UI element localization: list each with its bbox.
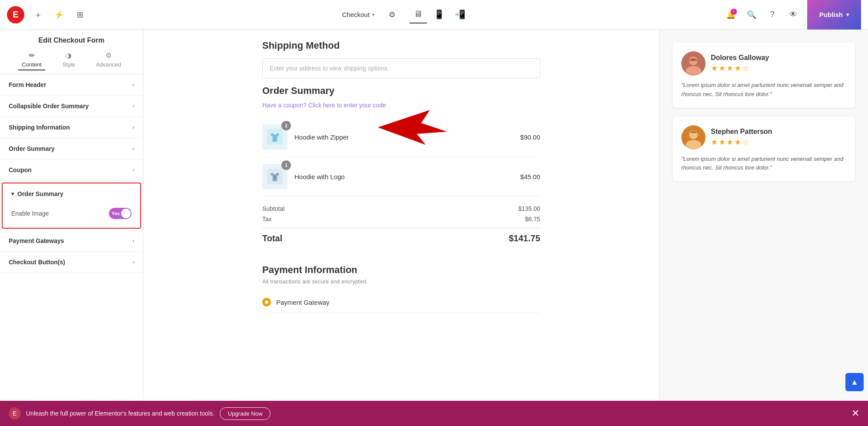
add-element-button[interactable]: ＋ [31,8,45,22]
tax-row: Tax $6.75 [262,214,540,224]
review-card-1: Stephen Patterson ★★★★☆ "Lorem ipsum dol… [673,116,855,182]
panel-item-shipping-information[interactable]: Shipping Information › [0,117,143,138]
elementor-logo[interactable]: E [7,6,24,23]
review-text-0: "Lorem ipsum dolor si amet parturient nu… [681,81,846,99]
notification-badge: 1 [731,9,737,15]
tablet-device-icon[interactable]: 📱 [430,6,448,23]
topbar: E ＋ ⚡ ⊞ Checkout ▾ ⚙ 🖥 📱 📲 🔔 1 🔍 ? 👁 Pub… [0,0,868,30]
notifications-icon[interactable]: 🔔 1 [724,8,738,22]
total-row: Total $141.75 [262,228,540,249]
payment-section: Payment Information All transactions are… [254,264,549,313]
checkout-form: Shipping Method Enter your address to vi… [254,30,549,322]
help-icon[interactable]: ? [766,8,779,22]
panel-tabs: ✏ Content ◑ Style ⚙ Advanced [9,50,134,70]
panel-item-collapsible-order-summary[interactable]: Collapsible Order Summary › [0,96,143,117]
bottom-bar: E Unleash the full power of Elementor's … [0,401,868,426]
chevron-right-icon: › [132,146,134,152]
tab-content[interactable]: ✏ Content [18,50,45,70]
coupon-link[interactable]: Have a coupon? Click here to enter your … [262,102,540,109]
payment-gateway-label: Payment Gateway [276,299,330,306]
reviewer-avatar-1 [681,125,706,150]
expanded-header[interactable]: ▾ Order Summary [4,185,139,203]
scroll-to-top-button[interactable]: ▲ [845,373,864,391]
svg-point-2 [274,176,276,178]
style-tab-label: Style [63,61,75,68]
bottom-bar-content: E Unleash the full power of Elementor's … [9,407,271,420]
topbar-right: 🔔 1 🔍 ? 👁 Publish ▾ [724,0,861,30]
subtotal-row: Subtotal $135.00 [262,203,540,214]
toggle-yes-label: Yes [112,211,120,216]
style-tab-icon: ◑ [66,51,72,60]
panel-item-order-summary-expanded: ▾ Order Summary Enable Image Yes [2,183,141,229]
panel-item-order-summary[interactable]: Order Summary › [0,138,143,160]
mobile-device-icon[interactable]: 📲 [451,6,469,23]
panel-item-checkout-buttons[interactable]: Checkout Button(s) › [0,252,143,273]
page-title-text: Checkout [342,11,370,18]
subtotal-label: Subtotal [262,205,284,212]
order-summary-title: Order Summary [262,85,540,97]
chevron-right-icon: › [132,167,134,173]
total-label: Total [262,233,282,243]
red-arrow-container [378,110,447,146]
tab-style[interactable]: ◑ Style [59,50,79,70]
advanced-tab-icon: ⚙ [106,51,112,60]
toggle-knob [121,209,131,218]
chevron-right-icon: › [132,238,134,244]
item-quantity-badge-0: 2 [281,121,291,130]
desktop-device-icon[interactable]: 🖥 [409,6,427,23]
page-settings-icon[interactable]: ⚙ [385,8,399,22]
advanced-tab-label: Advanced [96,61,121,68]
device-switcher: 🖥 📱 📲 [409,6,469,23]
red-arrow-icon [378,110,447,145]
review-text-1: "Lorem ipsum dolor si amet parturient nu… [681,155,846,173]
page-title-chevron: ▾ [372,12,375,18]
collapse-chevron-icon: ▾ [11,191,14,197]
panel-items-list: Form Header › Collapsible Order Summary … [0,74,143,401]
reviewer-name-1: Stephen Patterson [711,128,846,136]
topbar-left: E ＋ ⚡ ⊞ [7,6,87,23]
payment-gateway-radio[interactable] [262,298,271,306]
shipping-address-placeholder[interactable]: Enter your address to view shipping opti… [262,58,540,78]
order-item-price-0: $90.00 [520,133,540,141]
search-icon[interactable]: 🔍 [745,8,759,22]
elementor-bottom-icon: E [9,407,21,419]
tab-advanced[interactable]: ⚙ Advanced [92,50,125,70]
shipping-method-title: Shipping Method [254,30,549,58]
content-tab-icon: ✏ [29,51,35,60]
reviewer-name-0: Dolores Galloway [711,54,846,62]
layers-icon[interactable]: ⊞ [73,8,87,22]
chevron-right-icon: › [132,82,134,88]
preview-icon[interactable]: 👁 [786,8,800,22]
main-content: Edit Checkout Form ✏ Content ◑ Style ⚙ A… [0,30,868,401]
item-quantity-badge-1: 1 [281,160,291,170]
page-title-dropdown[interactable]: Checkout ▾ [342,11,375,18]
left-panel: Edit Checkout Form ✏ Content ◑ Style ⚙ A… [0,30,143,401]
publish-button[interactable]: Publish ▾ [807,0,861,30]
settings-icon[interactable]: ⚡ [52,8,66,22]
chevron-right-icon: › [132,259,134,265]
panel-item-form-header[interactable]: Form Header › [0,74,143,96]
enable-image-toggle[interactable]: Yes [109,208,132,219]
tax-label: Tax [262,216,272,223]
reviewer-stars-0: ★★★★☆ [711,63,846,73]
reviewer-stars-1: ★★★★☆ [711,137,846,147]
panel-item-coupon[interactable]: Coupon › [0,160,143,181]
content-tab-label: Content [22,61,42,68]
payment-subtitle: All transactions are secure and encrypte… [262,278,540,285]
center-panel: Shipping Method Enter your address to vi… [143,30,660,401]
chevron-right-icon: › [132,103,134,109]
publish-dropdown-arrow: ▾ [846,12,849,18]
svg-marker-3 [378,110,447,145]
tax-value: $6.75 [525,216,540,223]
expanded-content: Enable Image Yes [4,203,139,226]
reviewer-avatar-0 [681,51,706,76]
reviewer-info-1: Stephen Patterson ★★★★☆ [711,128,846,147]
bottom-bar-text: Unleash the full power of Elementor's fe… [26,410,215,417]
bottom-bar-close[interactable]: ✕ [851,408,859,419]
upgrade-now-button[interactable]: Upgrade Now [220,407,271,420]
chevron-right-icon: › [132,124,134,130]
review-card-0: Dolores Galloway ★★★★☆ "Lorem ipsum dolo… [673,43,855,108]
order-item-name-1: Hoodie with Logo [294,173,520,180]
total-value: $141.75 [509,233,540,243]
panel-item-payment-gateways[interactable]: Payment Gateways › [0,230,143,252]
